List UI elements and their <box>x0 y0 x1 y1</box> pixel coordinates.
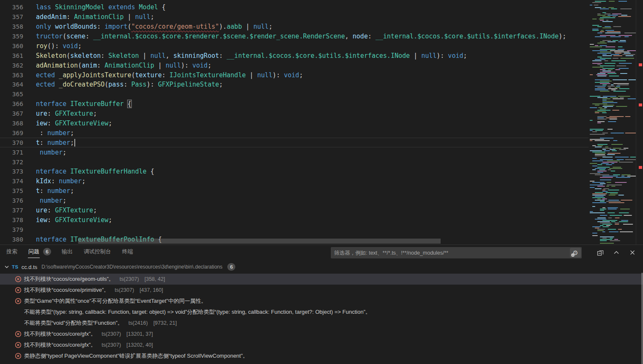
code-line-360[interactable]: 360roy(): void; <box>0 41 589 51</box>
panel-scrollbar[interactable] <box>641 273 643 364</box>
code-line-366[interactable]: 366nterface ITextureBuffer { <box>0 99 589 109</box>
code-line-379[interactable]: 379 <box>0 225 589 234</box>
line-number[interactable]: 372 <box>0 159 23 166</box>
line-content[interactable]: t: number; <box>36 139 75 147</box>
line-content[interactable]: nterface ITextureBuffer { <box>36 100 131 108</box>
code-line-357[interactable]: 357adedAnim: AnimationClip | null; <box>0 12 589 22</box>
maximize-panel-button[interactable] <box>613 249 620 256</box>
line-content[interactable]: iew: GFXTextureView; <box>36 216 112 224</box>
line-number[interactable]: 367 <box>0 110 23 117</box>
line-content[interactable]: kIdx: number; <box>36 177 85 185</box>
line-number[interactable]: 358 <box>0 23 23 30</box>
problem-row[interactable]: 找不到模块“cocos/core/geom-utils”。ts(2307)[35… <box>0 274 643 285</box>
line-number[interactable]: 363 <box>0 72 23 79</box>
line-number[interactable]: 373 <box>0 168 23 175</box>
line-number[interactable]: 371 <box>0 149 23 156</box>
line-number[interactable]: 355 <box>0 0 23 1</box>
line-number[interactable]: 379 <box>0 226 23 233</box>
line-number[interactable]: 360 <box>0 43 23 49</box>
line-number[interactable]: 377 <box>0 207 23 214</box>
code-line-375[interactable]: 375t: number; <box>0 186 589 196</box>
code-line-377[interactable]: 377ure: GFXTexture; <box>0 206 589 215</box>
code-line-376[interactable]: 376 number; <box>0 196 589 206</box>
line-content[interactable]: iew: GFXTextureView; <box>36 120 112 127</box>
code-lines[interactable]: 355356lass SkinningModel extends Model {… <box>0 0 589 244</box>
line-content[interactable]: number; <box>36 197 66 204</box>
code-line-369[interactable]: 369 : number; <box>0 128 589 138</box>
code-line-372[interactable]: 372 <box>0 157 589 167</box>
line-number[interactable]: 375 <box>0 187 23 194</box>
code-line-371[interactable]: 371 number; <box>0 147 589 157</box>
code-line-358[interactable]: 358only worldBounds: import("cocos/core/… <box>0 22 589 32</box>
line-content[interactable]: nterface ITextureBufferHandle { <box>36 168 154 175</box>
tab-debug-console[interactable]: 调试控制台 <box>83 245 112 260</box>
line-content[interactable]: ected _applyJointsTexture(texture: IJoin… <box>36 71 303 79</box>
code-line-374[interactable]: 374kIdx: number; <box>0 177 589 186</box>
line-content[interactable]: ected _doCreatePSO(pass: Pass): GFXPipel… <box>36 81 223 88</box>
problem-row[interactable]: 类型“Game”中的属性“once”不可分配给基类型“EventTarget”中… <box>0 296 643 307</box>
code-line-367[interactable]: 367ure: GFXTexture; <box>0 109 589 119</box>
code-line-356[interactable]: 356lass SkinningModel extends Model { <box>0 3 589 12</box>
line-content[interactable]: t: number; <box>36 187 74 195</box>
line-content[interactable]: only worldBounds: import("cocos/core/geo… <box>36 23 272 30</box>
problem-row[interactable]: 找不到模块“cocos/core/gfx”。ts(2307)[13202, 40… <box>0 340 643 350</box>
problem-row[interactable]: 找不到模块“cocos/core/gfx”。ts(2307)[13201, 37… <box>0 329 643 340</box>
line-content[interactable]: adAnimation(anim: AnimationClip | null):… <box>36 62 211 69</box>
problem-source: ts(2307) <box>120 276 139 282</box>
code-line-365[interactable]: 365 <box>0 90 589 99</box>
code-token <box>105 3 109 11</box>
tab-output[interactable]: 输出 <box>61 245 73 260</box>
line-content[interactable]: number; <box>36 149 66 156</box>
line-content[interactable]: ure: GFXTexture; <box>36 110 97 117</box>
horizontal-scrollbar[interactable] <box>78 239 441 244</box>
code-token <box>55 81 59 88</box>
line-number[interactable]: 376 <box>0 197 23 204</box>
line-number[interactable]: 357 <box>0 14 23 20</box>
problem-row[interactable]: 不能将类型“(type: string, callback: Function,… <box>0 307 643 318</box>
minimap[interactable] <box>589 0 636 244</box>
line-number[interactable]: 374 <box>0 178 23 185</box>
code-editor[interactable]: 355356lass SkinningModel extends Model {… <box>0 0 643 244</box>
line-number[interactable]: 362 <box>0 62 23 69</box>
problem-row[interactable]: 不能将类型“void”分配给类型“Function”。ts(2416)[9732… <box>0 318 643 329</box>
close-panel-button[interactable] <box>629 249 636 256</box>
problem-row[interactable]: 找不到模块“cocos/core/primitive”。ts(2307)[437… <box>0 285 643 296</box>
code-token: : <box>47 120 55 127</box>
line-number[interactable]: 365 <box>0 91 23 98</box>
tab-search[interactable]: 搜索 <box>6 245 18 260</box>
code-line-362[interactable]: 362adAnimation(anim: AnimationClip | nul… <box>0 60 589 70</box>
line-content[interactable]: adedAnim: AnimationClip | null; <box>36 13 154 21</box>
line-content[interactable]: tructor(scene: __internal.$cocos.$core.$… <box>36 33 566 40</box>
tab-problems[interactable]: 问题6 <box>28 245 51 260</box>
line-content[interactable]: ure: GFXTexture; <box>36 206 97 214</box>
line-content[interactable]: Skeleton(skeleton: Skeleton | null, skin… <box>36 52 467 60</box>
line-number[interactable]: 366 <box>0 101 23 107</box>
line-number[interactable]: 368 <box>0 120 23 127</box>
code-line-370[interactable]: 370t: number; <box>0 138 589 147</box>
problems-filter-input[interactable] <box>331 250 570 256</box>
line-number[interactable]: 370 <box>0 139 23 146</box>
code-line-373[interactable]: 373nterface ITextureBufferHandle { <box>0 167 589 177</box>
code-line-378[interactable]: 378iew: GFXTextureView; <box>0 215 589 225</box>
code-line-359[interactable]: 359tructor(scene: __internal.$cocos.$cor… <box>0 32 589 41</box>
line-number[interactable]: 364 <box>0 81 23 88</box>
code-line-363[interactable]: 363ected _applyJointsTexture(texture: IJ… <box>0 70 589 80</box>
line-content[interactable]: roy(): void; <box>36 42 82 50</box>
line-content[interactable]: : number; <box>36 129 74 137</box>
line-number[interactable]: 369 <box>0 130 23 136</box>
line-content[interactable]: lass SkinningModel extends Model { <box>36 3 166 11</box>
code-line-364[interactable]: 364ected _doCreatePSO(pass: Pass): GFXPi… <box>0 80 589 90</box>
problem-row[interactable]: 类静态侧“typeof PageViewComponent”错误扩展基类静态侧“… <box>0 350 643 361</box>
line-number[interactable]: 356 <box>0 4 23 11</box>
code-line-368[interactable]: 368iew: GFXTextureView; <box>0 119 589 128</box>
line-number[interactable]: 378 <box>0 217 23 223</box>
line-number[interactable]: 359 <box>0 33 23 40</box>
problems-file-group[interactable]: TS cc.d.ts D:\software\myCocosCreator3D\… <box>0 260 643 274</box>
code-line-361[interactable]: 361Skeleton(skeleton: Skeleton | null, s… <box>0 51 589 60</box>
collapse-all-button[interactable] <box>597 249 604 256</box>
line-number[interactable]: 361 <box>0 52 23 59</box>
line-number[interactable]: 380 <box>0 236 23 243</box>
tab-terminal[interactable]: 终端 <box>122 245 134 260</box>
filter-icon[interactable]: ⚙− <box>570 248 581 258</box>
code-token: void <box>192 62 207 69</box>
